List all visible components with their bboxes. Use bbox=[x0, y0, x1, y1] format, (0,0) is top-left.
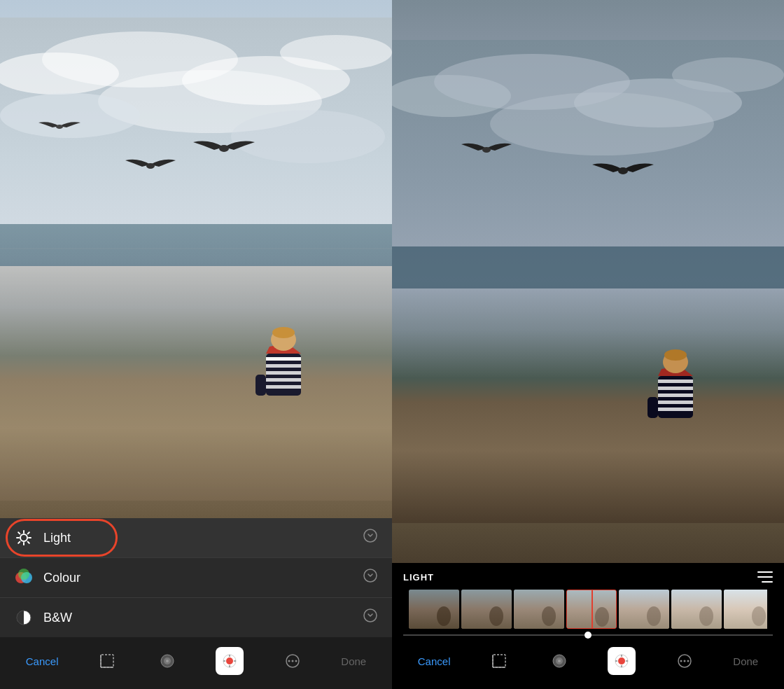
svg-point-104 bbox=[683, 660, 685, 662]
light-label: Light bbox=[43, 531, 363, 545]
svg-point-62 bbox=[672, 57, 784, 92]
svg-point-5 bbox=[280, 35, 392, 70]
svg-rect-58 bbox=[392, 246, 784, 288]
svg-rect-24 bbox=[266, 357, 301, 361]
svg-line-33 bbox=[18, 542, 20, 543]
right-edit-button[interactable] bbox=[608, 647, 636, 675]
svg-point-64 bbox=[482, 147, 491, 153]
cancel-button[interactable]: Cancel bbox=[26, 655, 59, 667]
filter-thumb-3[interactable] bbox=[514, 590, 564, 629]
bw-chevron bbox=[363, 608, 378, 627]
filter-thumb-2[interactable] bbox=[461, 590, 512, 629]
filter-thumb-1[interactable] bbox=[409, 590, 459, 629]
left-panel: Light Colour bbox=[0, 0, 392, 689]
done-button[interactable]: Done bbox=[341, 655, 366, 667]
svg-rect-68 bbox=[658, 387, 693, 390]
light-row[interactable]: Light bbox=[0, 518, 392, 558]
right-ellipsis-icon bbox=[673, 650, 696, 672]
filter-strip-wrapper bbox=[400, 590, 776, 629]
right-cancel-button[interactable]: Cancel bbox=[418, 655, 451, 667]
slider-line[interactable] bbox=[403, 634, 773, 636]
left-controls: Light Colour bbox=[0, 518, 392, 637]
filter-strip[interactable] bbox=[409, 590, 767, 629]
light-title: LIGHT bbox=[403, 572, 434, 583]
svg-point-48 bbox=[226, 657, 233, 664]
right-magic-icon bbox=[610, 650, 633, 672]
svg-point-54 bbox=[288, 660, 290, 662]
svg-line-31 bbox=[28, 542, 29, 543]
svg-point-11 bbox=[219, 145, 229, 152]
svg-point-10 bbox=[146, 163, 155, 169]
colour-row[interactable]: Colour bbox=[0, 558, 392, 598]
svg-point-81 bbox=[542, 606, 556, 626]
svg-rect-41 bbox=[101, 655, 113, 667]
svg-point-25 bbox=[20, 534, 27, 541]
svg-line-32 bbox=[28, 532, 29, 534]
crop-button[interactable] bbox=[96, 650, 118, 672]
svg-point-56 bbox=[295, 660, 297, 662]
slider-thumb[interactable] bbox=[584, 632, 592, 639]
colour-chevron bbox=[363, 568, 378, 587]
svg-rect-76 bbox=[409, 590, 459, 629]
right-bottom: LIGHT bbox=[392, 563, 784, 689]
svg-rect-86 bbox=[671, 590, 722, 629]
light-header: LIGHT bbox=[392, 563, 784, 590]
svg-point-22 bbox=[272, 327, 295, 338]
right-crop-icon bbox=[488, 650, 510, 672]
svg-point-37 bbox=[18, 569, 29, 580]
filter-thumb-7[interactable] bbox=[724, 590, 767, 629]
right-photo bbox=[392, 0, 784, 563]
svg-rect-13 bbox=[0, 266, 392, 501]
svg-point-103 bbox=[680, 660, 682, 662]
svg-point-65 bbox=[618, 167, 628, 174]
right-crop-button[interactable] bbox=[488, 650, 510, 672]
svg-rect-16 bbox=[266, 364, 301, 368]
svg-rect-18 bbox=[266, 378, 301, 382]
list-menu-button[interactable] bbox=[757, 571, 773, 583]
right-adjust-button[interactable] bbox=[548, 650, 570, 672]
svg-rect-71 bbox=[658, 408, 693, 411]
svg-point-95 bbox=[558, 660, 561, 662]
bw-row[interactable]: B&W bbox=[0, 598, 392, 637]
svg-point-9 bbox=[56, 125, 63, 129]
filter-thumb-6[interactable] bbox=[671, 590, 722, 629]
left-toolbar: Cancel bbox=[0, 637, 392, 689]
filter-thumb-4[interactable] bbox=[566, 590, 617, 629]
colour-icon bbox=[14, 568, 34, 587]
svg-point-83 bbox=[595, 607, 609, 627]
svg-point-79 bbox=[489, 606, 503, 626]
magic-icon bbox=[218, 650, 241, 672]
svg-rect-75 bbox=[648, 397, 658, 418]
svg-line-30 bbox=[18, 532, 20, 534]
svg-point-7 bbox=[0, 93, 140, 138]
colour-label: Colour bbox=[43, 571, 363, 585]
svg-point-87 bbox=[699, 606, 713, 626]
svg-rect-69 bbox=[658, 394, 693, 397]
svg-rect-80 bbox=[514, 590, 564, 629]
adjust-button[interactable] bbox=[156, 650, 178, 672]
svg-point-89 bbox=[752, 606, 766, 626]
svg-point-8 bbox=[231, 110, 385, 163]
svg-point-105 bbox=[687, 660, 689, 662]
bw-label: B&W bbox=[43, 611, 363, 625]
light-chevron bbox=[363, 528, 378, 548]
svg-rect-78 bbox=[461, 590, 512, 629]
svg-rect-19 bbox=[266, 385, 301, 389]
svg-point-74 bbox=[664, 349, 687, 361]
edit-button[interactable] bbox=[216, 647, 244, 675]
svg-point-77 bbox=[437, 606, 451, 626]
right-panel: LIGHT bbox=[392, 0, 784, 689]
slider-area[interactable] bbox=[392, 629, 784, 639]
more-button[interactable] bbox=[281, 650, 304, 672]
filter-icon bbox=[156, 650, 178, 672]
svg-point-55 bbox=[291, 660, 293, 662]
svg-rect-70 bbox=[658, 401, 693, 404]
right-done-button[interactable]: Done bbox=[733, 655, 758, 667]
svg-point-85 bbox=[647, 606, 661, 626]
sun-icon bbox=[14, 528, 34, 548]
svg-point-46 bbox=[166, 660, 169, 662]
ellipsis-icon bbox=[281, 650, 304, 672]
filter-thumb-5[interactable] bbox=[619, 590, 669, 629]
svg-point-63 bbox=[490, 92, 714, 155]
right-more-button[interactable] bbox=[673, 650, 696, 672]
